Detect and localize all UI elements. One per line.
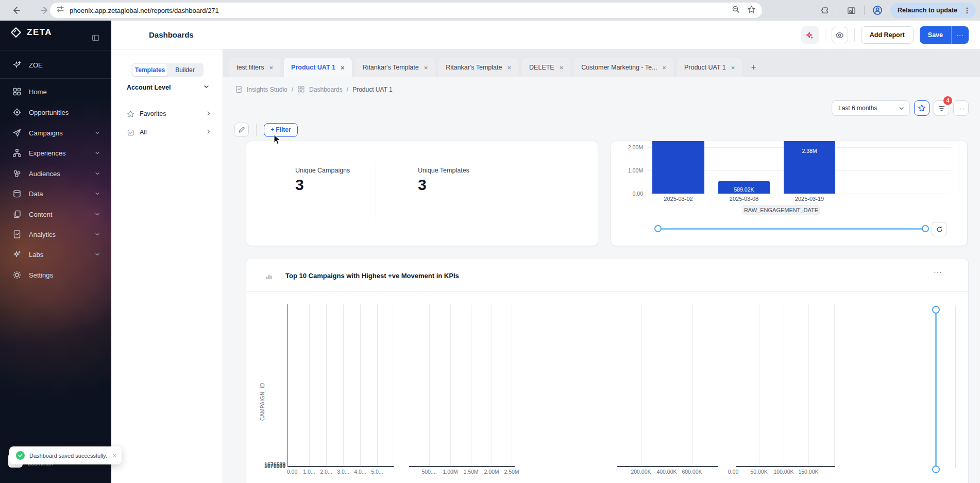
- chevron-down-icon[interactable]: [95, 149, 100, 157]
- filters-button[interactable]: 4: [934, 100, 949, 116]
- slider-handle-right[interactable]: [922, 225, 929, 232]
- gridline: [834, 304, 835, 467]
- toast-message: Dashboard saved successfully.: [29, 453, 107, 459]
- dashboard-tab[interactable]: Ritankar's Template×: [356, 58, 435, 77]
- tab-builder[interactable]: Builder: [167, 64, 202, 76]
- insights-studio-icon: [235, 85, 243, 93]
- sidebar-item-favorites[interactable]: Favorites: [127, 108, 211, 120]
- browser-back-button[interactable]: [7, 2, 25, 19]
- x-tick: 4.0...: [354, 469, 366, 475]
- dashboard-tab[interactable]: Product UAT 1×: [677, 58, 742, 77]
- bookmark-star-icon[interactable]: [747, 5, 756, 16]
- sidebar-item-home[interactable]: Home: [0, 81, 111, 102]
- chevron-right-icon[interactable]: [206, 129, 211, 136]
- side-panel-icon[interactable]: [842, 2, 860, 19]
- sidebar-item-settings[interactable]: Settings: [0, 265, 111, 285]
- edit-dashboard-button[interactable]: [234, 123, 249, 137]
- close-icon[interactable]: ×: [662, 64, 666, 72]
- slider-handle-left[interactable]: [654, 225, 662, 232]
- more-options-button[interactable]: ···: [953, 100, 969, 116]
- favorite-star-button[interactable]: [914, 100, 930, 116]
- chevron-down-icon[interactable]: [95, 231, 100, 238]
- x-tick: 2.0...: [320, 469, 332, 475]
- sidebar-item-zoe[interactable]: ZOE: [0, 55, 111, 75]
- close-icon[interactable]: ×: [341, 64, 345, 72]
- vertical-slider-track[interactable]: [958, 143, 958, 194]
- browser-toolbar: phoenix.app.zetaglobal.net/reports/dashb…: [0, 0, 980, 21]
- vertical-zoom-slider[interactable]: [935, 309, 937, 469]
- save-button[interactable]: Save: [920, 31, 951, 39]
- sidebar-item-audiences[interactable]: Audiences: [0, 163, 111, 184]
- bar-2025-03-02[interactable]: [652, 141, 704, 194]
- preview-eye-button[interactable]: [832, 27, 848, 43]
- breadcrumb-insights-studio[interactable]: Insights Studio: [247, 86, 288, 93]
- dashboard-tab[interactable]: Customer Marketing - Te...×: [574, 58, 673, 77]
- stat-label: Unique Campaigns: [295, 167, 350, 174]
- extensions-icon[interactable]: [816, 2, 834, 19]
- sidebar-item-opportunities[interactable]: Opportunities: [0, 102, 111, 123]
- paper-plane-icon: [12, 128, 22, 137]
- filter-count-badge: 4: [943, 96, 952, 105]
- zeta-diamond-icon: [10, 27, 22, 38]
- close-icon[interactable]: ×: [731, 64, 735, 72]
- summary-stats-card[interactable]: Unique Campaigns 3 Unique Templates 3: [246, 141, 598, 246]
- relaunch-to-update-button[interactable]: Relaunch to update ⋮: [890, 3, 976, 18]
- filter-lines-icon: [938, 105, 945, 112]
- app-header: Dashboards Add Report Save ···: [111, 21, 980, 49]
- gridline: [394, 304, 394, 467]
- x-axis-line: [288, 466, 394, 467]
- close-icon[interactable]: ×: [269, 64, 274, 72]
- add-tab-button[interactable]: +: [746, 60, 761, 75]
- account-level-section[interactable]: Account Level: [127, 81, 209, 94]
- breadcrumb-dashboards[interactable]: Dashboards: [309, 86, 343, 93]
- dashboard-tabstrip: test filters× Product UAT 1× Ritankar's …: [223, 49, 980, 77]
- toast-close-icon[interactable]: ×: [113, 452, 116, 459]
- zoom-slider-track[interactable]: [658, 228, 925, 230]
- app-sidebar: ZETA ZOE Home Opportunities Campaigns Ex…: [0, 21, 111, 483]
- dashboard-tab-active[interactable]: Product UAT 1×: [284, 58, 351, 77]
- sidebar-item-all[interactable]: All: [127, 126, 211, 139]
- slider-handle-bottom[interactable]: [932, 465, 940, 473]
- dashboard-tab[interactable]: test filters×: [229, 58, 280, 77]
- tab-templates[interactable]: Templates: [132, 64, 167, 76]
- chevron-down-icon[interactable]: [95, 170, 100, 178]
- zoom-icon[interactable]: [732, 5, 740, 15]
- sidebar-collapse-icon[interactable]: [92, 34, 99, 44]
- chevron-right-icon[interactable]: [206, 110, 211, 117]
- sidebar-item-label: ZOE: [29, 61, 43, 69]
- close-icon[interactable]: ×: [560, 64, 564, 72]
- sitemap-icon: [12, 148, 22, 158]
- dashboard-tab[interactable]: DELETE×: [522, 58, 570, 77]
- chevron-down-icon[interactable]: [95, 211, 100, 218]
- profile-icon[interactable]: [869, 2, 886, 19]
- x-tick: 50.00K: [750, 469, 767, 475]
- chevron-down-icon[interactable]: [95, 251, 100, 258]
- gridline: [471, 304, 471, 467]
- refresh-button[interactable]: [932, 222, 947, 236]
- zoe-assistant-button[interactable]: [801, 26, 819, 44]
- save-more-icon[interactable]: ···: [952, 31, 969, 39]
- sidebar-item-analytics[interactable]: Analytics: [0, 224, 111, 245]
- engagement-bar-chart-card[interactable]: 2.00M 1.00M 0.00 589.02K 2.38M 2025-03-0…: [611, 141, 968, 246]
- chevron-down-icon[interactable]: [95, 190, 100, 198]
- card-more-icon[interactable]: ···: [934, 268, 942, 276]
- dashboard-tab[interactable]: Ritankar's Template×: [438, 58, 518, 77]
- top10-campaigns-card[interactable]: Top 10 Campaigns with Highest +ve Moveme…: [246, 258, 969, 483]
- browser-menu-icon[interactable]: ⋮: [961, 6, 973, 14]
- chevron-down-icon[interactable]: [95, 129, 100, 137]
- sidebar-item-experiences[interactable]: Experiences: [0, 143, 111, 163]
- sidebar-item-data[interactable]: Data: [0, 183, 111, 204]
- date-range-select[interactable]: Last 6 months: [832, 100, 910, 116]
- url-text[interactable]: phoenix.app.zetaglobal.net/reports/dashb…: [70, 7, 732, 14]
- save-split-button[interactable]: Save ···: [920, 26, 969, 44]
- site-settings-icon[interactable]: [56, 5, 64, 15]
- close-icon[interactable]: ×: [507, 64, 511, 72]
- close-icon[interactable]: ×: [424, 64, 428, 72]
- add-report-button[interactable]: Add Report: [861, 26, 914, 44]
- address-bar[interactable]: phoenix.app.zetaglobal.net/reports/dashb…: [50, 3, 762, 18]
- sidebar-item-content[interactable]: Content: [0, 204, 111, 225]
- sidebar-item-campaigns[interactable]: Campaigns: [0, 123, 111, 143]
- chevron-down-icon[interactable]: [204, 84, 209, 91]
- sidebar-item-labs[interactable]: Labs: [0, 244, 111, 265]
- slider-handle-top[interactable]: [932, 306, 940, 314]
